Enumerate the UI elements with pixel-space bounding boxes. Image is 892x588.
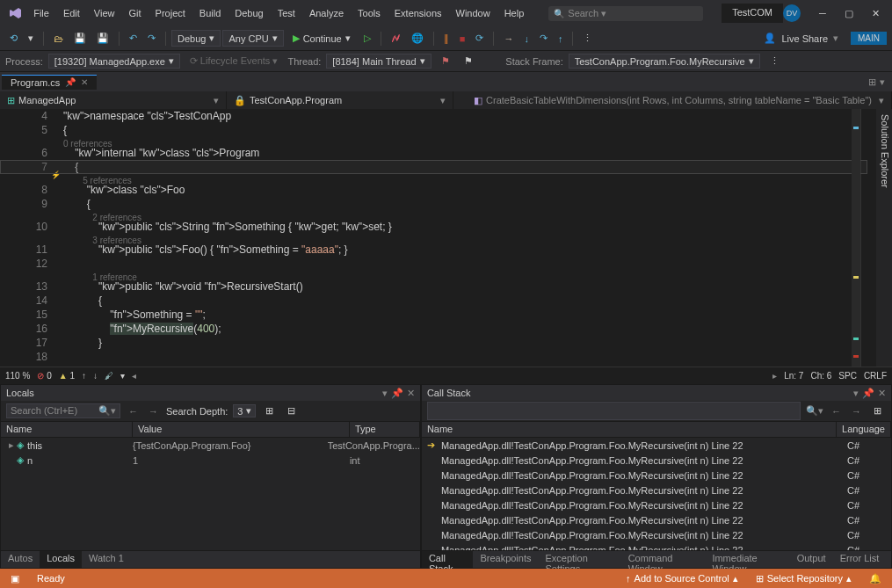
tab-autos[interactable]: Autos [1,551,40,568]
panel-close-icon[interactable]: ✕ [878,388,886,399]
break-all-icon[interactable]: ‖ [439,30,453,47]
stack-frame[interactable]: ManagedApp.dll!TestConApp.Program.Foo.My… [422,512,891,527]
locals-opt1-icon[interactable]: ⊞ [261,403,278,419]
nav-up-icon[interactable]: ↑ [82,371,86,381]
main-menu[interactable]: FileEditViewGitProjectBuildDebugTestAnal… [26,4,531,22]
vertical-scrollbar[interactable] [860,109,876,367]
step-out-icon[interactable]: ↑ [554,31,568,47]
stop-icon[interactable]: ■ [455,31,470,47]
thread-dropdown[interactable]: [8184] Main Thread ▾ [326,54,431,69]
menu-git[interactable]: Git [122,4,149,22]
stack-frame[interactable]: ManagedApp.dll!TestConApp.Program.Foo.My… [422,468,891,483]
show-next-icon[interactable]: → [499,31,518,47]
pin-icon[interactable]: 📌 [65,77,76,87]
tab-overflow-icon[interactable]: ▾ [880,76,885,88]
callstack-search[interactable] [427,402,801,420]
step-into-icon[interactable]: ↓ [519,31,533,47]
save-icon[interactable]: 💾 [69,30,91,47]
code-editor[interactable]: 4567⚡8910111213141516171819202122232425 … [0,109,876,367]
step-over-icon[interactable]: ↷ [535,30,552,47]
menu-project[interactable]: Project [149,4,192,22]
depth-dropdown[interactable]: 3 ▾ [233,404,256,417]
stack-view-icon[interactable]: ⊞ [869,403,886,419]
menu-edit[interactable]: Edit [56,4,87,22]
locals-body[interactable]: ▸◈this{TestConApp.Program.Foo}TestConApp… [1,438,420,550]
menu-file[interactable]: File [26,4,56,22]
platform-dropdown[interactable]: Any CPU ▾ [222,30,283,47]
zoom-level[interactable]: 110 % [5,371,30,381]
scroll-indicator[interactable] [852,109,860,367]
stack-frame[interactable]: ➔ManagedApp.dll!TestConApp.Program.Foo.M… [422,438,891,453]
process-dropdown[interactable]: [19320] ManagedApp.exe ▾ [48,54,180,69]
locals-row[interactable]: ◈n1int [1,453,420,468]
nav-member[interactable]: ◧ CrateBasicTableWithDimensions(int Rows… [453,91,892,109]
maximize-button[interactable]: ▢ [836,0,862,26]
lifecycle-icon[interactable]: ⟳ Lifecycle Events ▾ [185,53,283,69]
notifications-icon[interactable]: 🔔 [866,573,885,584]
error-count[interactable]: ⊘ 0 [37,371,51,381]
run-without-debug-icon[interactable]: ▷ [359,30,375,47]
continue-button[interactable]: ▶Continue ▾ [286,31,358,46]
add-source-control[interactable]: ↑ Add to Source Control ▴ [622,573,742,584]
select-repository[interactable]: ⊞ Select Repository ▴ [752,573,855,584]
menu-help[interactable]: Help [497,4,532,22]
nav-class[interactable]: 🔒 TestConApp.Program ▾ [227,91,453,109]
col-lang[interactable]: Language [837,422,891,437]
stack-frame[interactable]: ManagedApp.dll!TestConApp.Program.Foo.My… [422,453,891,468]
panel-pin-icon[interactable]: 📌 [862,388,874,399]
locals-search[interactable]: Search (Ctrl+E) 🔍▾ [6,403,120,418]
nav-project[interactable]: ⊞ ManagedApp ▾ [0,91,227,109]
tab-watch-1[interactable]: Watch 1 [82,551,131,568]
stack-frame[interactable]: ManagedApp.dll!TestConApp.Program.Foo.My… [422,527,891,542]
sync-doc-icon[interactable]: ⊞ [868,76,876,88]
app-restart-icon[interactable]: 🌐 [407,30,428,47]
col-name[interactable]: Name [422,422,837,437]
tab-locals[interactable]: Locals [40,551,82,568]
line-col[interactable]: Ln: 7 [784,371,803,381]
restart-icon[interactable]: ⟳ [471,30,488,47]
flag-frame-icon[interactable]: ⚑ [437,53,454,69]
tab-command-window[interactable]: Command Window [621,551,706,568]
liveshare-icon[interactable]: 👤 [764,33,776,44]
document-tab-active[interactable]: Program.cs 📌 ✕ [2,75,97,90]
overflow-icon-2[interactable]: ⋮ [765,53,784,69]
menu-build[interactable]: Build [192,4,228,22]
warning-count[interactable]: ▲ 1 [59,371,75,381]
stack-frame[interactable]: ManagedApp.dll!TestConApp.Program.Foo.My… [422,483,891,497]
locals-opt2-icon[interactable]: ⊟ [283,403,300,419]
callstack-body[interactable]: ➔ManagedApp.dll!TestConApp.Program.Foo.M… [422,438,891,550]
tab-call-stack[interactable]: Call Stack [422,551,474,568]
horizontal-scroll[interactable]: ▸ [772,371,777,381]
analysis-icon[interactable]: 🖌 [105,371,113,381]
col-name[interactable]: Name [1,422,133,437]
nav-back-icon[interactable]: ⟲ [5,30,22,47]
search-next-icon[interactable]: → [146,406,161,417]
stack-prev-icon[interactable]: ← [829,406,844,417]
menu-extensions[interactable]: Extensions [388,4,449,22]
stack-frame[interactable]: ManagedApp.dll!TestConApp.Program.Foo.My… [422,542,891,550]
user-badge[interactable]: DV [783,4,801,22]
panel-dropdown-icon[interactable]: ▾ [853,388,859,399]
open-icon[interactable]: 🗁 [49,31,68,47]
col-type[interactable]: Type [350,422,420,437]
char-col[interactable]: Ch: 6 [810,371,831,381]
tab-breakpoints[interactable]: Breakpoints [473,551,538,568]
search-box[interactable]: 🔍 Search ▾ [548,6,703,21]
panel-close-icon[interactable]: ✕ [407,388,415,399]
locals-row[interactable]: ▸◈this{TestConApp.Program.Foo}TestConApp… [1,438,420,453]
config-dropdown[interactable]: Debug ▾ [171,30,221,47]
stackframe-dropdown[interactable]: TestConApp.Program.Foo.MyRecursive ▾ [569,54,760,69]
menu-test[interactable]: Test [271,4,302,22]
nav-down-icon[interactable]: ↓ [93,371,98,381]
col-value[interactable]: Value [133,422,350,437]
stack-next-icon[interactable]: → [849,406,864,417]
stack-frame[interactable]: ManagedApp.dll!TestConApp.Program.Foo.My… [422,497,891,512]
refresh-icon[interactable]: 🗲 [387,31,405,47]
panel-pin-icon[interactable]: 📌 [391,388,403,399]
liveshare-button[interactable]: Live Share [781,33,828,44]
tab-error-list-[interactable]: Error List … [833,551,891,568]
close-tab-icon[interactable]: ✕ [81,77,88,87]
tab-output[interactable]: Output [790,551,833,568]
nav-left-icon[interactable]: ◂ [132,371,136,381]
nav-fwd-icon[interactable]: ▾ [24,30,38,47]
